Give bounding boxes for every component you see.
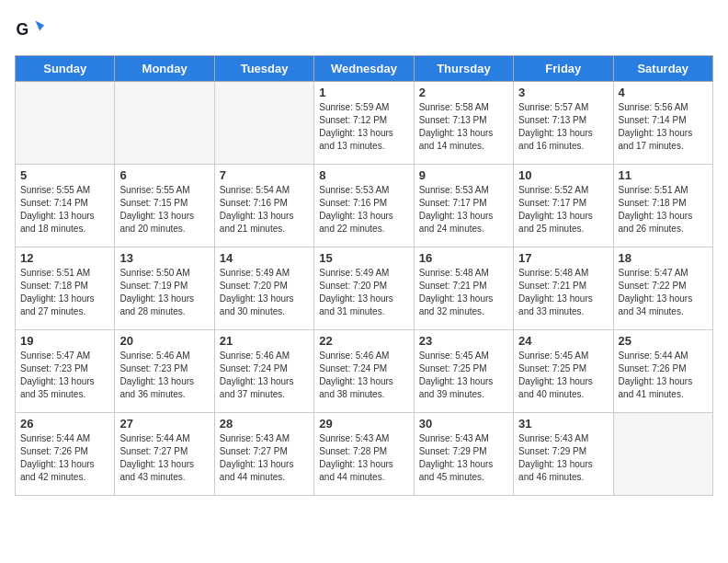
calendar-cell: 9Sunrise: 5:53 AM Sunset: 7:17 PM Daylig…: [414, 165, 513, 247]
day-number: 7: [220, 168, 309, 182]
weekday-header-wednesday: Wednesday: [314, 56, 414, 82]
calendar-cell: 10Sunrise: 5:52 AM Sunset: 7:17 PM Dayli…: [514, 165, 613, 247]
calendar-cell: 4Sunrise: 5:56 AM Sunset: 7:14 PM Daylig…: [613, 82, 712, 165]
logo-icon: G: [15, 15, 44, 44]
day-info: Sunrise: 5:43 AM Sunset: 7:27 PM Dayligh…: [220, 432, 309, 484]
day-number: 30: [419, 417, 508, 431]
calendar-cell: 20Sunrise: 5:46 AM Sunset: 7:23 PM Dayli…: [115, 330, 214, 413]
day-number: 9: [419, 168, 508, 182]
day-info: Sunrise: 5:44 AM Sunset: 7:26 PM Dayligh…: [619, 350, 708, 401]
calendar-cell: 21Sunrise: 5:46 AM Sunset: 7:24 PM Dayli…: [214, 330, 313, 413]
day-number: 25: [619, 334, 708, 348]
calendar-cell: 29Sunrise: 5:43 AM Sunset: 7:28 PM Dayli…: [314, 413, 414, 496]
calendar-week-3: 19Sunrise: 5:47 AM Sunset: 7:23 PM Dayli…: [16, 330, 713, 413]
calendar-cell: 24Sunrise: 5:45 AM Sunset: 7:25 PM Dayli…: [514, 330, 613, 413]
calendar-cell: 28Sunrise: 5:43 AM Sunset: 7:27 PM Dayli…: [214, 413, 313, 496]
weekday-header-sunday: Sunday: [16, 56, 115, 82]
day-number: 26: [20, 417, 109, 431]
day-info: Sunrise: 5:43 AM Sunset: 7:28 PM Dayligh…: [319, 432, 408, 484]
day-info: Sunrise: 5:52 AM Sunset: 7:17 PM Dayligh…: [518, 184, 608, 236]
weekday-header-tuesday: Tuesday: [214, 56, 313, 82]
calendar-cell: [16, 82, 115, 165]
calendar-cell: 6Sunrise: 5:55 AM Sunset: 7:15 PM Daylig…: [115, 165, 214, 247]
day-info: Sunrise: 5:48 AM Sunset: 7:21 PM Dayligh…: [419, 267, 508, 318]
calendar-cell: 31Sunrise: 5:43 AM Sunset: 7:29 PM Dayli…: [514, 413, 613, 496]
day-info: Sunrise: 5:53 AM Sunset: 7:17 PM Dayligh…: [419, 184, 508, 236]
day-number: 20: [119, 334, 209, 348]
calendar-cell: [613, 413, 712, 496]
day-info: Sunrise: 5:58 AM Sunset: 7:13 PM Dayligh…: [419, 101, 508, 153]
day-info: Sunrise: 5:51 AM Sunset: 7:18 PM Dayligh…: [619, 184, 708, 236]
day-number: 27: [119, 417, 209, 431]
calendar-cell: 25Sunrise: 5:44 AM Sunset: 7:26 PM Dayli…: [613, 330, 712, 413]
day-info: Sunrise: 5:56 AM Sunset: 7:14 PM Dayligh…: [619, 101, 708, 153]
day-number: 16: [419, 251, 508, 265]
weekday-header-monday: Monday: [115, 56, 214, 82]
day-number: 11: [619, 168, 708, 182]
page: G SundayMondayTuesdayWednesdayThursdayFr…: [0, 0, 728, 511]
calendar-cell: 12Sunrise: 5:51 AM Sunset: 7:18 PM Dayli…: [16, 247, 115, 330]
day-info: Sunrise: 5:44 AM Sunset: 7:27 PM Dayligh…: [119, 432, 209, 484]
day-number: 22: [319, 334, 408, 348]
day-number: 31: [518, 417, 608, 431]
logo: G: [15, 15, 50, 44]
day-number: 2: [419, 86, 508, 99]
calendar-cell: 15Sunrise: 5:49 AM Sunset: 7:20 PM Dayli…: [314, 247, 414, 330]
day-number: 23: [419, 334, 508, 348]
day-number: 1: [319, 86, 408, 99]
calendar-cell: 14Sunrise: 5:49 AM Sunset: 7:20 PM Dayli…: [214, 247, 313, 330]
day-info: Sunrise: 5:47 AM Sunset: 7:22 PM Dayligh…: [619, 267, 708, 318]
day-info: Sunrise: 5:51 AM Sunset: 7:18 PM Dayligh…: [20, 267, 109, 318]
day-info: Sunrise: 5:46 AM Sunset: 7:23 PM Dayligh…: [119, 350, 209, 401]
calendar-week-2: 12Sunrise: 5:51 AM Sunset: 7:18 PM Dayli…: [16, 247, 713, 330]
calendar-cell: 16Sunrise: 5:48 AM Sunset: 7:21 PM Dayli…: [414, 247, 513, 330]
calendar-week-4: 26Sunrise: 5:44 AM Sunset: 7:26 PM Dayli…: [16, 413, 713, 496]
day-number: 12: [20, 251, 109, 265]
day-info: Sunrise: 5:43 AM Sunset: 7:29 PM Dayligh…: [518, 432, 608, 484]
day-number: 3: [518, 86, 608, 99]
calendar-cell: 7Sunrise: 5:54 AM Sunset: 7:16 PM Daylig…: [214, 165, 313, 247]
day-info: Sunrise: 5:53 AM Sunset: 7:16 PM Dayligh…: [319, 184, 408, 236]
day-number: 24: [518, 334, 608, 348]
calendar-cell: 8Sunrise: 5:53 AM Sunset: 7:16 PM Daylig…: [314, 165, 414, 247]
calendar-cell: 22Sunrise: 5:46 AM Sunset: 7:24 PM Dayli…: [314, 330, 414, 413]
svg-text:G: G: [17, 20, 29, 39]
calendar-cell: 26Sunrise: 5:44 AM Sunset: 7:26 PM Dayli…: [16, 413, 115, 496]
calendar-week-0: 1Sunrise: 5:59 AM Sunset: 7:12 PM Daylig…: [16, 82, 713, 165]
day-info: Sunrise: 5:57 AM Sunset: 7:13 PM Dayligh…: [518, 101, 608, 153]
day-number: 19: [20, 334, 109, 348]
calendar-cell: 23Sunrise: 5:45 AM Sunset: 7:25 PM Dayli…: [414, 330, 513, 413]
day-info: Sunrise: 5:55 AM Sunset: 7:14 PM Dayligh…: [20, 184, 109, 236]
day-number: 18: [619, 251, 708, 265]
day-info: Sunrise: 5:48 AM Sunset: 7:21 PM Dayligh…: [518, 267, 608, 318]
day-info: Sunrise: 5:46 AM Sunset: 7:24 PM Dayligh…: [220, 350, 309, 401]
day-info: Sunrise: 5:43 AM Sunset: 7:29 PM Dayligh…: [419, 432, 508, 484]
day-info: Sunrise: 5:46 AM Sunset: 7:24 PM Dayligh…: [319, 350, 408, 401]
calendar-cell: 2Sunrise: 5:58 AM Sunset: 7:13 PM Daylig…: [414, 82, 513, 165]
calendar-cell: 18Sunrise: 5:47 AM Sunset: 7:22 PM Dayli…: [613, 247, 712, 330]
weekday-header-saturday: Saturday: [613, 56, 712, 82]
day-number: 17: [518, 251, 608, 265]
weekday-header-friday: Friday: [514, 56, 613, 82]
calendar-cell: 30Sunrise: 5:43 AM Sunset: 7:29 PM Dayli…: [414, 413, 513, 496]
weekday-header-row: SundayMondayTuesdayWednesdayThursdayFrid…: [16, 56, 713, 82]
day-number: 21: [220, 334, 309, 348]
day-info: Sunrise: 5:45 AM Sunset: 7:25 PM Dayligh…: [518, 350, 608, 401]
day-info: Sunrise: 5:55 AM Sunset: 7:15 PM Dayligh…: [119, 184, 209, 236]
header: G: [15, 15, 713, 44]
calendar-week-1: 5Sunrise: 5:55 AM Sunset: 7:14 PM Daylig…: [16, 165, 713, 247]
day-info: Sunrise: 5:50 AM Sunset: 7:19 PM Dayligh…: [119, 267, 209, 318]
day-number: 6: [119, 168, 209, 182]
calendar-cell: 19Sunrise: 5:47 AM Sunset: 7:23 PM Dayli…: [16, 330, 115, 413]
calendar-cell: 17Sunrise: 5:48 AM Sunset: 7:21 PM Dayli…: [514, 247, 613, 330]
day-number: 15: [319, 251, 408, 265]
calendar-cell: [115, 82, 214, 165]
day-number: 4: [619, 86, 708, 99]
day-info: Sunrise: 5:44 AM Sunset: 7:26 PM Dayligh…: [20, 432, 109, 484]
calendar-cell: 13Sunrise: 5:50 AM Sunset: 7:19 PM Dayli…: [115, 247, 214, 330]
calendar-cell: 11Sunrise: 5:51 AM Sunset: 7:18 PM Dayli…: [613, 165, 712, 247]
calendar-cell: 27Sunrise: 5:44 AM Sunset: 7:27 PM Dayli…: [115, 413, 214, 496]
day-info: Sunrise: 5:45 AM Sunset: 7:25 PM Dayligh…: [419, 350, 508, 401]
day-info: Sunrise: 5:59 AM Sunset: 7:12 PM Dayligh…: [319, 101, 408, 153]
calendar-cell: 3Sunrise: 5:57 AM Sunset: 7:13 PM Daylig…: [514, 82, 613, 165]
